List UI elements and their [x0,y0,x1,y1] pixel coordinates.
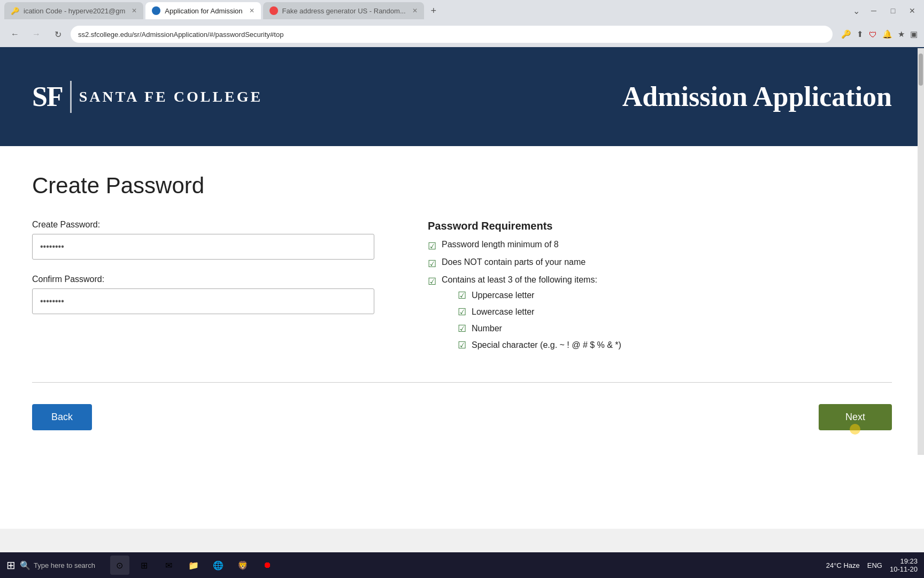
tab-bar: 🔑 ication Code - hyperve2021@gm ✕ Applic… [0,0,924,21]
key-icon: 🔑 [841,29,851,39]
page-title: Create Password [32,173,892,199]
taskbar-app-multitask[interactable]: ⊞ [135,556,154,575]
shield-icon: 🛡 [869,30,877,39]
tab-overflow-button[interactable]: ⌄ [853,6,860,16]
tab-2-icon [152,6,160,15]
taskbar-app-folder[interactable]: 📁 [184,556,203,575]
search-icon: 🔍 [20,560,30,571]
tab-3[interactable]: Fake address generator US - Random... ✕ [263,2,424,19]
taskbar-right: 24°C Haze ENG 19:23 10-11-20 [826,557,918,573]
taskbar: ⊞ 🔍 Type here to search ⊙ ⊞ ✉ 📁 🌐 🦁 ⏺ 24… [0,552,924,578]
sub-requirements-list: ☑ Uppercase letter ☑ Lowercase letter ☑ … [442,289,621,351]
sub-req-4: ☑ Special character (e.g. ~ ! @ # $ % & … [458,339,621,351]
req-item-1: ☑ Password length minimum of 8 [428,240,892,252]
windows-icon[interactable]: ⊞ [6,559,16,572]
page-divider [32,382,892,383]
form-fields: Create Password: Confirm Password: [32,220,374,329]
logo-sf: SF [32,81,63,112]
close-button[interactable]: ✕ [905,3,920,18]
taskbar-app-brave[interactable]: 🦁 [233,556,252,575]
main-content: Create Password Create Password: Confirm… [0,146,924,452]
scrollbar[interactable] [918,48,924,455]
sidebar-icon[interactable]: ▣ [910,29,918,39]
maximize-button[interactable]: □ [886,3,900,18]
browser-frame: 🔑 ication Code - hyperve2021@gm ✕ Applic… [0,0,924,47]
sub-check-1: ☑ [458,290,466,301]
tab-2-label: Application for Admission [165,7,242,15]
sub-req-3: ☑ Number [458,322,621,334]
requirements-section: Password Requirements ☑ Password length … [428,220,892,361]
address-bar-icons: 🔑 ⬆ 🛡 🔔 ★ ▣ [841,29,918,39]
sub-text-1: Uppercase letter [472,291,534,300]
sub-text-2: Lowercase letter [472,307,534,317]
taskbar-app-recording[interactable]: ⏺ [258,556,277,575]
tab-1-close[interactable]: ✕ [132,7,137,14]
req-text-3: Contains at least 3 of the following ite… [442,275,621,355]
taskbar-language: ENG [867,561,882,569]
tab-3-close[interactable]: ✕ [412,7,418,14]
taskbar-app-mail[interactable]: ✉ [159,556,179,575]
confirm-password-input[interactable] [32,288,374,314]
scrollbar-thumb[interactable] [919,54,923,86]
next-button[interactable]: Next [819,404,892,430]
reload-button[interactable]: ↻ [49,26,66,43]
tab-2[interactable]: Application for Admission ✕ [145,2,260,19]
logo-text-area: Santa Fe College [79,88,263,105]
sub-check-3: ☑ [458,323,466,334]
taskbar-app-edge[interactable]: 🌐 [209,556,228,575]
share-icon[interactable]: ⬆ [857,29,864,39]
create-password-input[interactable] [32,234,374,260]
req-item-2: ☑ Does NOT contain parts of your name [428,257,892,270]
window-controls: ─ □ ✕ [866,3,920,18]
back-nav-button[interactable]: ← [6,26,24,43]
address-bar[interactable]: ss2.sfcollege.edu/sr/AdmissionApplicatio… [71,26,833,43]
back-button[interactable]: Back [32,404,92,430]
new-tab-button[interactable]: + [426,3,441,18]
page-wrapper: SF Santa Fe College Admission Applicatio… [0,47,924,529]
button-row: Back Next [32,404,892,430]
requirements-title: Password Requirements [428,220,892,232]
header-title: Admission Application [622,81,892,112]
req-check-2: ☑ [428,258,436,270]
site-header: SF Santa Fe College Admission Applicatio… [0,47,924,146]
tab-1-icon: 🔑 [11,7,19,15]
minimize-button[interactable]: ─ [866,3,881,18]
forward-nav-button[interactable]: → [28,26,45,43]
req-item-3: ☑ Contains at least 3 of the following i… [428,275,892,355]
taskbar-date: 10-11-20 [890,565,918,573]
address-bar-row: ← → ↻ ss2.sfcollege.edu/sr/AdmissionAppl… [0,21,924,47]
notification-icon: 🔔 [882,29,892,39]
confirm-password-group: Confirm Password: [32,275,374,314]
taskbar-temp: 24°C Haze [826,561,860,569]
req-text-2: Does NOT contain parts of your name [442,257,586,267]
sub-text-4: Special character (e.g. ~ ! @ # $ % & *) [472,340,621,350]
req-text-1: Password length minimum of 8 [442,240,559,249]
sub-check-2: ☑ [458,306,466,318]
req-check-3: ☑ [428,276,436,287]
taskbar-apps: ⊙ ⊞ ✉ 📁 🌐 🦁 ⏺ [110,556,277,575]
logo-name: Santa Fe College [79,88,263,105]
tab-3-icon [270,6,278,15]
taskbar-app-cortana[interactable]: ⊙ [110,556,129,575]
address-text: ss2.sfcollege.edu/sr/AdmissionApplicatio… [78,31,283,39]
taskbar-time: 19:23 [900,557,918,565]
create-password-label: Create Password: [32,220,374,230]
logo-divider [70,81,72,113]
requirements-list: ☑ Password length minimum of 8 ☑ Does NO… [428,240,892,355]
taskbar-search-area[interactable]: 🔍 Type here to search [20,560,95,571]
tab-1-label: ication Code - hyperve2021@gm [24,7,125,15]
taskbar-status: 19:23 10-11-20 [890,557,918,573]
form-section: Create Password: Confirm Password: Passw… [32,220,892,361]
star-icon[interactable]: ★ [898,29,905,39]
sub-text-3: Number [472,324,502,333]
req-check-1: ☑ [428,240,436,252]
sub-req-1: ☑ Uppercase letter [458,289,621,301]
search-placeholder: Type here to search [34,561,95,569]
sub-check-4: ☑ [458,339,466,351]
sub-req-2: ☑ Lowercase letter [458,306,621,318]
tab-2-close[interactable]: ✕ [249,7,255,14]
tab-3-label: Fake address generator US - Random... [282,7,406,15]
logo-area: SF Santa Fe College [32,81,263,113]
create-password-group: Create Password: [32,220,374,260]
tab-1[interactable]: 🔑 ication Code - hyperve2021@gm ✕ [4,2,143,19]
